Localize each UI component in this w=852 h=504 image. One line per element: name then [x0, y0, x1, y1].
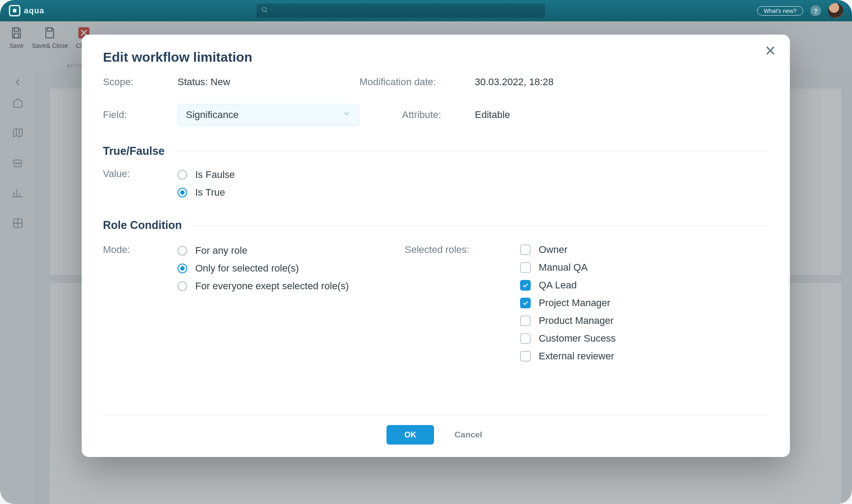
radio-icon [178, 246, 187, 256]
radio-icon [178, 170, 187, 180]
role-option-label: Owner [539, 244, 568, 256]
role-option[interactable]: QA Lead [520, 280, 769, 291]
mode-options: For any roleOnly for selected role(s)For… [178, 245, 405, 292]
field-select[interactable]: Significance [178, 104, 359, 126]
search-icon [261, 6, 268, 15]
edit-workflow-limitation-dialog: Edit workflow limitation Scope: Status: … [82, 35, 790, 457]
role-option[interactable]: Customer Sucess [520, 333, 769, 344]
mode-option-label: For any role [195, 245, 247, 256]
top-right-controls: What's new? ? [757, 3, 843, 18]
role-option-label: Manual QA [539, 262, 588, 273]
whats-new-button[interactable]: What's new? [757, 6, 803, 16]
role-option-label: Customer Sucess [539, 333, 616, 344]
field-label: Field: [103, 109, 178, 121]
mode-option[interactable]: Only for selected role(s) [178, 263, 405, 274]
role-option[interactable]: Owner [520, 244, 769, 256]
global-search[interactable] [256, 4, 545, 18]
role-option-label: Project Manager [539, 297, 610, 309]
scope-value: Status: New [178, 76, 359, 88]
role-option[interactable]: External reviewer [520, 350, 769, 362]
dialog-title: Edit workflow limitation [103, 50, 769, 65]
value-option[interactable]: Is True [178, 187, 769, 198]
cancel-button[interactable]: Cancel [452, 429, 485, 440]
close-icon [764, 44, 777, 59]
checkbox-icon [520, 262, 531, 273]
mode-option-label: Only for selected role(s) [195, 263, 299, 274]
roles-row: Selected roles: OwnerManual QAQA LeadPro… [405, 244, 769, 362]
mode-row: Mode: For any roleOnly for selected role… [103, 244, 405, 362]
role-option[interactable]: Project Manager [520, 297, 769, 309]
role-option[interactable]: Manual QA [520, 262, 769, 273]
svg-point-0 [262, 8, 266, 12]
value-option[interactable]: Is Faulse [178, 169, 769, 181]
help-button[interactable]: ? [810, 5, 821, 16]
radio-icon [178, 188, 187, 197]
svg-line-1 [266, 11, 267, 12]
app-logo: aqua [9, 5, 44, 16]
section-true-false-label: True/Faulse [103, 145, 165, 158]
mode-option[interactable]: For any role [178, 245, 405, 256]
value-options: Is FaulseIs True [178, 169, 769, 198]
value-option-label: Is Faulse [195, 169, 235, 181]
checkbox-icon [520, 351, 531, 362]
dialog-close-button[interactable] [761, 43, 779, 60]
ok-button[interactable]: OK [387, 425, 434, 445]
roles-list: OwnerManual QAQA LeadProject ManagerProd… [520, 244, 769, 362]
role-option-label: QA Lead [539, 280, 577, 291]
value-label: Value: [103, 168, 178, 180]
mode-option-label: For everyone exept selected role(s) [195, 280, 349, 292]
section-role-label: Role Condition [103, 219, 182, 232]
checkbox-icon [520, 315, 531, 326]
header-grid: Scope: Status: New Modification date: 30… [103, 76, 769, 126]
section-role-condition: Role Condition [103, 219, 769, 232]
dialog-footer: OK Cancel [103, 415, 769, 445]
checkbox-icon [520, 244, 531, 255]
roles-label: Selected roles: [405, 244, 520, 256]
top-bar: aqua What's new? ? [0, 0, 852, 21]
mode-label: Mode: [103, 244, 178, 256]
user-avatar[interactable] [828, 3, 843, 18]
role-option[interactable]: Product Manager [520, 315, 769, 327]
mod-date-label: Modification date: [359, 76, 475, 88]
radio-icon [178, 281, 187, 291]
scope-label: Scope: [103, 76, 178, 88]
mode-option[interactable]: For everyone exept selected role(s) [178, 280, 405, 292]
value-option-label: Is True [195, 187, 225, 198]
checkbox-icon [520, 333, 531, 344]
field-select-value: Significance [186, 109, 239, 121]
value-row: Value: Is FaulseIs True [103, 168, 769, 198]
logo-mark-icon [9, 5, 20, 16]
checkbox-icon [520, 298, 531, 308]
app-name: aqua [24, 6, 44, 16]
role-option-label: Product Manager [539, 315, 614, 327]
checkbox-icon [520, 280, 531, 291]
attribute-label: Attribute: [359, 109, 475, 121]
chevron-down-icon [342, 109, 351, 121]
mod-date-value: 30.03.2022, 18:28 [475, 76, 769, 88]
section-true-false: True/Faulse [103, 145, 769, 158]
attribute-value: Editable [475, 109, 769, 121]
role-option-label: External reviewer [539, 350, 614, 362]
radio-icon [178, 264, 187, 273]
